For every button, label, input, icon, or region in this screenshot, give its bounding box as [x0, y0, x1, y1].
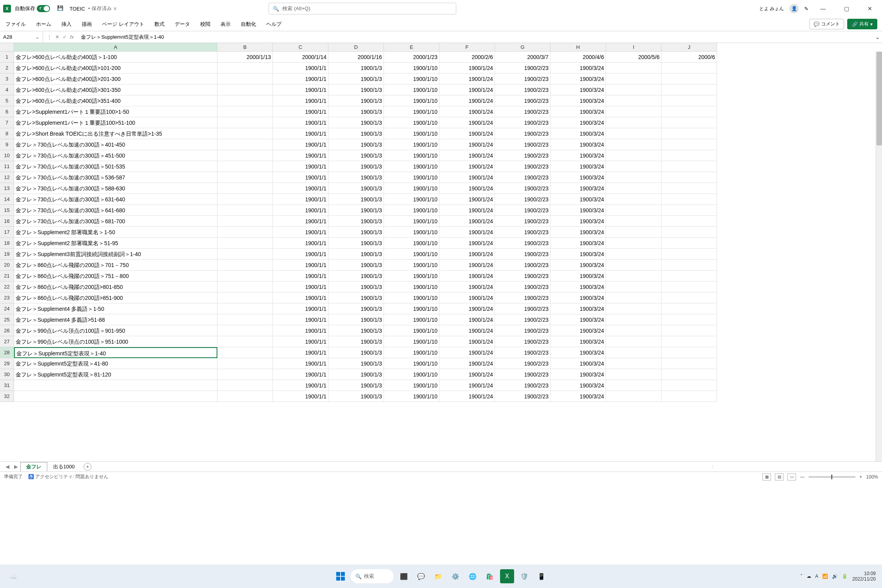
row-header[interactable]: 8 [0, 128, 14, 139]
cell[interactable]: 1900/1/1 [273, 216, 328, 227]
row-header[interactable]: 7 [0, 117, 14, 128]
excel-taskbar-icon[interactable]: X [500, 569, 514, 583]
cell[interactable] [606, 106, 662, 117]
cell[interactable]: 1900/3/24 [550, 249, 606, 260]
cell[interactable]: 1900/2/23 [495, 150, 550, 161]
cell[interactable] [606, 161, 662, 172]
cell[interactable]: 1900/1/3 [328, 84, 384, 95]
cell[interactable]: 1900/1/24 [439, 150, 495, 161]
cell[interactable] [606, 194, 662, 205]
row-header[interactable]: 2 [0, 63, 14, 74]
cell[interactable] [662, 347, 717, 358]
cell[interactable] [217, 84, 273, 95]
cell[interactable]: 金フレ＞730点レベル加速の300語＞631-640 [14, 194, 217, 205]
cell[interactable] [606, 139, 662, 150]
cell[interactable] [606, 117, 662, 128]
cell[interactable] [662, 249, 717, 260]
cell[interactable]: 1900/1/1 [273, 303, 328, 314]
cell[interactable]: 金フレ>Short Break TOEICに出る注意すべき日常単語>1-35 [14, 128, 217, 139]
cell[interactable] [217, 380, 273, 391]
cell[interactable]: 1900/3/24 [550, 369, 606, 380]
battery-icon[interactable]: 🔋 [842, 574, 848, 579]
cell[interactable] [662, 325, 717, 336]
cell[interactable]: 金フレ＞Supplemnt5定型表現＞1-40 [14, 347, 217, 358]
cell[interactable]: 1900/1/24 [439, 303, 495, 314]
cell[interactable]: 1900/1/10 [384, 336, 439, 347]
explorer-icon[interactable]: 📁 [431, 569, 445, 583]
cell[interactable]: 1900/1/24 [439, 84, 495, 95]
save-icon[interactable]: 💾 [57, 5, 64, 12]
cell[interactable]: 1900/1/10 [384, 117, 439, 128]
cell[interactable]: 1900/1/10 [384, 194, 439, 205]
column-header-D[interactable]: D [328, 43, 384, 52]
cell[interactable] [606, 358, 662, 369]
cell[interactable] [662, 369, 717, 380]
row-header[interactable]: 26 [0, 325, 14, 336]
cell[interactable]: 1900/2/23 [495, 380, 550, 391]
saved-status[interactable]: • 保存済み ∨ [88, 5, 118, 12]
row-header[interactable]: 11 [0, 161, 14, 172]
cell[interactable] [217, 183, 273, 194]
cell[interactable]: 1900/2/23 [495, 95, 550, 106]
cell[interactable] [662, 161, 717, 172]
row-header[interactable]: 3 [0, 74, 14, 84]
cell[interactable]: 1900/1/3 [328, 74, 384, 84]
cell[interactable]: 1900/1/24 [439, 238, 495, 249]
row-header[interactable]: 19 [0, 249, 14, 260]
cell[interactable] [606, 183, 662, 194]
cell[interactable]: 1900/1/10 [384, 172, 439, 183]
cell[interactable]: 1900/1/10 [384, 391, 439, 402]
cell[interactable]: 1900/1/3 [328, 303, 384, 314]
cell[interactable]: 1900/2/23 [495, 161, 550, 172]
cell[interactable]: 1900/1/1 [273, 139, 328, 150]
cell[interactable]: 1900/3/24 [550, 347, 606, 358]
cell[interactable] [217, 391, 273, 402]
cell[interactable]: 1900/1/1 [273, 74, 328, 84]
cell[interactable] [662, 194, 717, 205]
cell[interactable]: 1900/1/10 [384, 271, 439, 281]
normal-view-button[interactable]: ▦ [762, 473, 771, 480]
ribbon-tab-ホーム[interactable]: ホーム [35, 19, 52, 29]
cell[interactable] [606, 205, 662, 216]
cell[interactable] [606, 336, 662, 347]
cell[interactable]: 1900/1/10 [384, 358, 439, 369]
cell[interactable]: 1900/1/24 [439, 139, 495, 150]
row-header[interactable]: 30 [0, 369, 14, 380]
cell[interactable]: 金フレ>600点レベル助走の400語＞1-100 [14, 52, 217, 63]
cell[interactable]: 金フレ＞Supplement4 多義語＞1-50 [14, 303, 217, 314]
cell[interactable] [662, 139, 717, 150]
cell[interactable]: 1900/1/1 [273, 63, 328, 74]
ribbon-tab-表示[interactable]: 表示 [220, 19, 231, 29]
cell[interactable]: 1900/2/23 [495, 128, 550, 139]
cell[interactable]: 金フレ＞Supplement2 部署職業名＞1-50 [14, 227, 217, 238]
column-header-I[interactable]: I [606, 43, 662, 52]
cell[interactable]: 1900/1/3 [328, 238, 384, 249]
cell[interactable]: 1900/3/24 [550, 303, 606, 314]
cell[interactable]: 1900/2/23 [495, 303, 550, 314]
cell[interactable]: 1900/1/24 [439, 347, 495, 358]
cell[interactable]: 1900/1/1 [273, 380, 328, 391]
cell[interactable]: 1900/1/24 [439, 325, 495, 336]
chevron-down-icon[interactable]: ⌄ [35, 34, 39, 40]
row-header[interactable]: 14 [0, 194, 14, 205]
cell[interactable]: 1900/1/3 [328, 139, 384, 150]
cell[interactable]: 1900/1/10 [384, 292, 439, 303]
cell[interactable]: 1900/1/1 [273, 128, 328, 139]
cell[interactable]: 1900/1/10 [384, 161, 439, 172]
cell[interactable] [217, 74, 273, 84]
cell[interactable] [217, 358, 273, 369]
cell[interactable]: 1900/3/24 [550, 238, 606, 249]
cell[interactable]: 1900/1/1 [273, 205, 328, 216]
cell[interactable]: 1900/1/3 [328, 205, 384, 216]
cell[interactable]: 1900/3/24 [550, 84, 606, 95]
wifi-icon[interactable]: 📶 [822, 574, 828, 579]
cell[interactable]: 1900/1/10 [384, 150, 439, 161]
cell[interactable]: 1900/1/24 [439, 63, 495, 74]
cell[interactable]: 1900/1/1 [273, 172, 328, 183]
cell[interactable]: 金フレ＞730点レベル加速の300語＞451-500 [14, 150, 217, 161]
cell[interactable]: 1900/1/10 [384, 238, 439, 249]
cell[interactable]: 1900/1/10 [384, 369, 439, 380]
cell[interactable] [606, 325, 662, 336]
row-header[interactable]: 18 [0, 238, 14, 249]
cell[interactable] [217, 227, 273, 238]
